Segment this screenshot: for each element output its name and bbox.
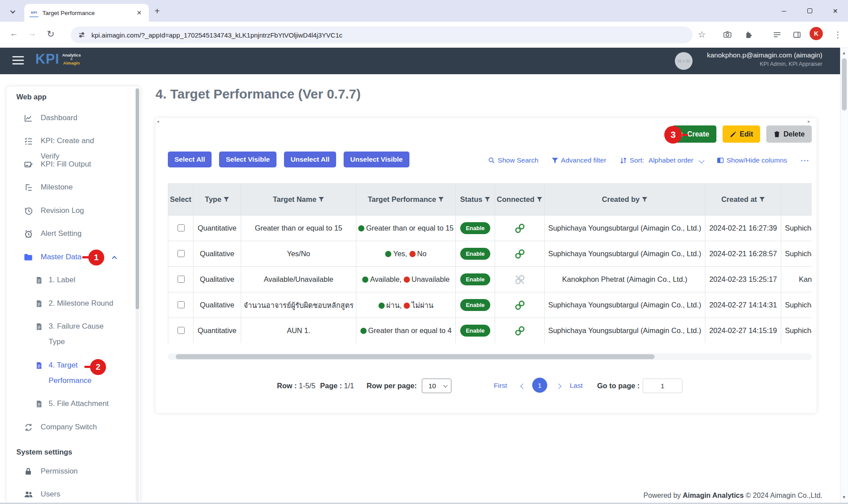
cell-target-performance: Greater than or equal to 15 [356, 216, 456, 241]
tab-search-button[interactable] [6, 5, 19, 17]
disconnected-link-icon [515, 274, 525, 285]
current-page-button[interactable]: 1 [532, 378, 547, 393]
window-maximize-button[interactable] [797, 8, 822, 15]
sort-value[interactable]: Alphabet order [648, 156, 693, 164]
new-tab-button[interactable]: + [155, 6, 160, 16]
scroll-up-arrow[interactable]: ▲ [842, 50, 846, 55]
kpi-favicon-icon: KPI [30, 8, 38, 17]
unselect-visible-button[interactable]: Unselect Visible [344, 152, 409, 167]
hscroll-thumb[interactable] [176, 354, 655, 359]
refresh-arrows-icon [23, 422, 33, 432]
cell-select [168, 216, 193, 241]
cell-type: Quantitative [193, 216, 241, 241]
row-checkbox[interactable] [178, 276, 185, 283]
hscroll-left-arrow[interactable]: ◂ [157, 119, 159, 124]
window-close-button[interactable]: ✕ [822, 8, 848, 15]
cell-target-name: Greater than or equal to 15 [241, 216, 356, 241]
page-scrollbar[interactable]: ▲ ▼ [840, 48, 848, 504]
browser-menu-kebab-icon[interactable]: ⋮ [833, 30, 843, 39]
previous-page-button[interactable] [521, 382, 525, 390]
show-search-button[interactable]: Show Search [488, 156, 538, 164]
window-minimize-button[interactable]: ─ [771, 8, 797, 15]
advanced-filter-button[interactable]: Advanced filter [552, 156, 606, 164]
cell-status: Enable [456, 216, 495, 241]
scroll-down-arrow[interactable]: ▼ [842, 495, 846, 500]
column-header-created-at[interactable]: Created at [705, 184, 781, 216]
cell-status: Enable [456, 292, 495, 318]
cell-select [168, 267, 193, 292]
row-checkbox[interactable] [178, 224, 185, 231]
milestone-tree-icon [23, 182, 33, 192]
row-per-page-select[interactable]: 10 [422, 379, 451, 393]
go-to-page-input[interactable] [643, 379, 682, 393]
camera-icon[interactable] [723, 30, 732, 39]
cell-status: Enable [456, 241, 495, 267]
column-header-connected[interactable]: Connected [495, 184, 545, 216]
column-header-type[interactable]: Type [193, 184, 241, 216]
filter-funnel-icon[interactable] [485, 197, 490, 202]
next-page-button[interactable] [556, 382, 560, 390]
chevron-up-icon[interactable] [113, 254, 116, 262]
reload-button[interactable]: ↻ [47, 29, 55, 39]
extensions-puzzle-icon[interactable] [744, 30, 753, 39]
filter-funnel-icon[interactable] [537, 197, 542, 202]
cell-type: Qualitative [193, 292, 241, 318]
filter-funnel-icon[interactable] [642, 197, 647, 202]
side-panel-icon[interactable] [792, 30, 802, 39]
filter-funnel-icon[interactable] [223, 197, 229, 202]
vscroll-thumb[interactable] [842, 58, 847, 110]
bookmark-star-icon[interactable]: ☆ [697, 30, 707, 39]
cell-target-performance: Available, Unavailable [356, 267, 456, 292]
unselect-all-button[interactable]: Unselect All [284, 152, 336, 167]
url-text: kpi.aimagin.com/?_appId=app_170254513474… [91, 31, 342, 39]
filter-funnel-icon[interactable] [759, 197, 765, 202]
row-checkbox[interactable] [178, 250, 185, 257]
table-row: QuantitativeAUN 1.Greater than or equal … [168, 318, 812, 344]
back-button[interactable]: ← [10, 29, 18, 38]
browser-window: KPI Target Performance ✕ + ─ ✕ ← → ↻ kpi… [0, 0, 848, 504]
edit-button[interactable]: Edit [723, 125, 760, 143]
column-header-target-name[interactable]: Target Name [241, 184, 356, 216]
document-icon [34, 399, 44, 409]
document-icon [34, 322, 44, 331]
status-badge: Enable [460, 222, 491, 234]
history-clock-icon [23, 206, 33, 216]
sidebar-scrollbar[interactable] [136, 88, 139, 502]
last-page-link[interactable]: Last [570, 382, 583, 390]
select-visible-button[interactable]: Select Visible [219, 152, 276, 167]
row-page-info: Row : 1-5/5 Page : 1/1 [277, 382, 354, 390]
forward-button[interactable]: → [28, 29, 36, 38]
sort-control[interactable]: Sort: Alphabet order [620, 156, 704, 164]
app-logo[interactable]: KPI Analytics & Aimagin [35, 51, 81, 67]
url-bar[interactable]: kpi.aimagin.com/?_appId=app_170254513474… [71, 27, 693, 43]
cell-connected [495, 318, 545, 344]
cell-connected [495, 292, 545, 318]
column-header-created-by[interactable]: Created by [545, 184, 705, 216]
row-checkbox[interactable] [178, 327, 185, 334]
table-body: QuantitativeGreater than or equal to 15G… [168, 216, 812, 344]
media-queue-icon[interactable] [772, 30, 782, 39]
hamburger-menu-icon[interactable] [12, 56, 24, 67]
browser-tab[interactable]: KPI Target Performance ✕ [24, 4, 149, 22]
columns-icon [717, 157, 724, 164]
go-to-page-label: Go to page : [597, 382, 640, 390]
select-all-button[interactable]: Select All [168, 152, 212, 167]
hscroll-right-arrow[interactable]: ▸ [808, 119, 810, 124]
first-page-link[interactable]: First [494, 382, 507, 390]
delete-button[interactable]: Delete [766, 125, 812, 143]
row-checkbox[interactable] [178, 301, 185, 308]
user-avatar[interactable]: 32 x 32 [675, 52, 693, 70]
show-hide-columns-button[interactable]: Show/Hide columns [717, 156, 787, 164]
filter-funnel-icon[interactable] [318, 197, 324, 202]
tab-close-icon[interactable]: ✕ [135, 8, 144, 17]
column-header-status[interactable]: Status [456, 184, 495, 216]
horizontal-scrollbar[interactable] [168, 353, 812, 360]
more-options-button[interactable]: ⋯ [800, 155, 810, 166]
user-info[interactable]: kanokphon.p@aimagin.com (aimagin) KPI Ad… [707, 51, 822, 67]
column-header-target-performance[interactable]: Target Performance [356, 184, 456, 216]
filter-funnel-icon[interactable] [438, 197, 444, 202]
cell-select [168, 292, 193, 318]
browser-profile-avatar[interactable]: K [810, 27, 823, 40]
cell-created-by: Suphichaya Youngsubtargul (Aimagin Co., … [545, 241, 705, 267]
site-settings-icon[interactable] [78, 31, 86, 39]
